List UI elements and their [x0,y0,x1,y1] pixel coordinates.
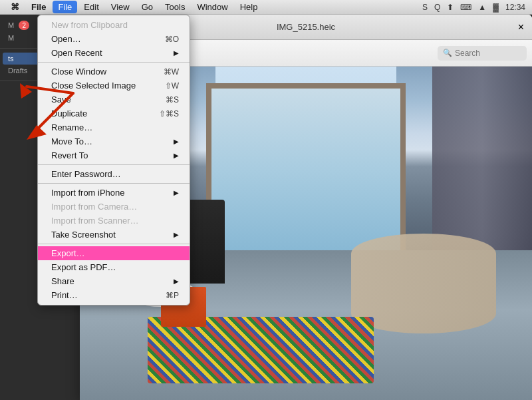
menu-label-open: Open… [51,34,165,44]
separator-1 [38,62,190,63]
menu-label-revert-to: Revert To [51,150,174,160]
menu-item-open-recent[interactable]: Open Recent ▶ [38,46,190,60]
menu-item-open[interactable]: Open… ⌘O [38,32,190,46]
menubar-edit[interactable]: Edit [78,1,104,13]
window-title: IMG_5215.heic [277,22,335,32]
menu-label-take-screenshot: Take Screenshot [51,230,174,240]
menu-arrow-import-iphone: ▶ [174,189,179,196]
menu-label-print: Print… [51,290,166,300]
menu-shortcut-duplicate: ⇧⌘S [159,109,179,118]
menu-item-print[interactable]: Print… ⌘P [38,288,190,302]
menu-label-close-selected: Close Selected Image [51,81,165,91]
menu-item-import-scanner: Import from Scanner… [38,214,190,228]
menu-label-close-window: Close Window [51,67,164,77]
separator-2 [38,164,190,165]
menu-item-enter-password[interactable]: Enter Password… [38,167,190,181]
menubar-file[interactable]: File [53,1,77,13]
titlebar-right: × [518,21,524,33]
menu-arrow-open-recent: ▶ [174,49,179,57]
menu-label-import-scanner: Import from Scanner… [51,216,179,226]
menubar-right: S Q ⬆ ⌨ ▲ ▓ 12:34 [421,3,527,12]
menu-arrow-take-screenshot: ▶ [174,231,179,238]
menu-item-export[interactable]: Export… [38,246,190,260]
menubar-tools[interactable]: Tools [160,1,190,13]
menu-arrow-share: ▶ [174,278,179,285]
menubar-window[interactable]: Window [192,1,233,13]
menu-item-import-iphone[interactable]: Import from iPhone ▶ [38,186,190,200]
menu-label-rename: Rename… [51,122,179,132]
menu-item-import-camera: Import from Camera… [38,200,190,214]
titlebar-close-x[interactable]: × [518,21,524,33]
menubar-clock: 12:34 [504,3,527,12]
menu-label-new-from-clipboard: New from Clipboard [51,20,179,30]
menu-arrow-revert-to: ▶ [174,152,179,159]
menu-item-revert-to[interactable]: Revert To ▶ [38,148,190,162]
separator-3 [38,183,190,184]
menu-shortcut-open: ⌘O [165,35,179,44]
file-menu: New from Clipboard Open… ⌘O Open Recent … [37,15,190,305]
menubar-apple[interactable]: ⌘ [5,1,25,13]
search-box: 🔍 [438,46,527,61]
menu-label-move-to: Move To… [51,136,174,146]
menu-label-open-recent: Open Recent [51,48,174,58]
menu-item-rename[interactable]: Rename… [38,120,190,134]
menubar-wifi-icon: ▲ [477,3,487,12]
inbox-badge: 2 [19,21,29,30]
menu-item-close-window[interactable]: Close Window ⌘W [38,65,190,79]
menubar: ⌘ File File Edit View Go Tools Window He… [0,0,532,15]
menu-item-move-to[interactable]: Move To… ▶ [38,134,190,148]
menu-label-export: Export… [51,248,179,258]
menubar-left: ⌘ File File Edit View Go Tools Window He… [5,1,263,13]
menu-label-duplicate: Duplicate [51,108,159,118]
menu-label-share: Share [51,276,174,286]
menubar-share-icon: ⬆ [446,3,455,12]
menu-shortcut-close-window: ⌘W [164,67,179,77]
menu-label-import-iphone: Import from iPhone [51,188,174,198]
rug [148,317,374,383]
menu-item-duplicate[interactable]: Duplicate ⇧⌘S [38,106,190,120]
menubar-app-name[interactable]: File [26,1,51,13]
menubar-view[interactable]: View [106,1,135,13]
menubar-help[interactable]: Help [235,1,263,13]
menu-label-enter-password: Enter Password… [51,169,179,179]
menu-item-new-from-clipboard: New from Clipboard [38,18,190,32]
menubar-keyboard-icon: ⌨ [459,3,473,12]
menu-item-save[interactable]: Save ⌘S [38,93,190,106]
menu-shortcut-print: ⌘P [166,291,179,300]
menu-label-import-camera: Import from Camera… [51,202,179,212]
menu-item-share[interactable]: Share ▶ [38,274,190,288]
menubar-scripting-icon: S [421,3,429,12]
window-frame [206,83,405,257]
menu-shortcut-close-selected: ⇧W [165,81,179,91]
separator-4 [38,244,190,244]
menubar-quicklook-icon: Q [433,3,442,12]
search-input[interactable] [455,49,521,58]
menu-arrow-move-to: ▶ [174,138,179,145]
menu-shortcut-save: ⌘S [166,95,179,104]
search-icon: 🔍 [443,49,452,57]
menubar-go[interactable]: Go [136,1,158,13]
menu-label-save: Save [51,95,166,104]
menu-item-take-screenshot[interactable]: Take Screenshot ▶ [38,228,190,242]
menubar-battery-icon: ▓ [491,3,500,12]
menu-item-export-pdf[interactable]: Export as PDF… [38,260,190,274]
menu-label-export-pdf: Export as PDF… [51,262,179,272]
menu-item-close-selected[interactable]: Close Selected Image ⇧W [38,79,190,93]
